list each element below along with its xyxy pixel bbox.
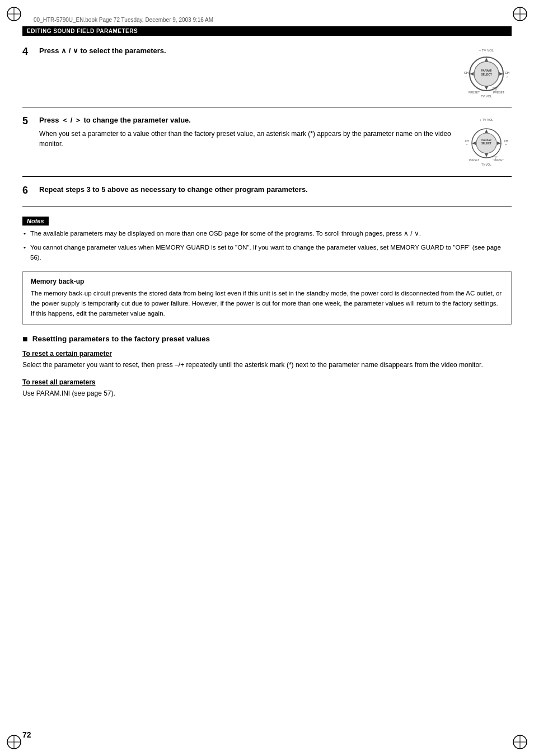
step-6-inner: 6 Repeat steps 3 to 5 above as necessary…	[22, 185, 512, 198]
reset-subsection-1: To reset a certain parameter Select the …	[22, 350, 512, 370]
reset-title: ■ Resetting parameters to the factory pr…	[22, 335, 512, 344]
reset-title-text: Resetting parameters to the factory pres…	[32, 335, 210, 343]
notes-label: Notes	[22, 217, 49, 226]
step-6-title: Repeat steps 3 to 5 above as necessary t…	[39, 185, 506, 195]
step-4-number: 4	[22, 46, 39, 58]
corner-mark-tr	[512, 6, 528, 22]
svg-marker-41	[472, 142, 476, 145]
svg-text:SELECT: SELECT	[481, 73, 492, 76]
remote-dial-5: + TV VOL CH – CH + PARAM/ SELECT PRESET …	[464, 115, 509, 168]
svg-text:PARAM/: PARAM/	[481, 139, 491, 142]
step-5-image: + TV VOL CH – CH + PARAM/ SELECT PRESET …	[461, 115, 512, 168]
file-info: 00_HTR-5790U_EN.book Page 72 Tuesday, De…	[34, 17, 512, 23]
memory-backup-title: Memory back-up	[31, 278, 503, 285]
step-4-content: Press ∧ / ∨ to select the parameters.	[39, 46, 461, 59]
step-5-number: 5	[22, 115, 39, 127]
svg-text:+ TV VOL: + TV VOL	[479, 49, 494, 52]
page-container: 00_HTR-5790U_EN.book Page 72 Tuesday, De…	[0, 0, 534, 756]
svg-text:PRESET: PRESET	[469, 159, 479, 162]
reset-subsection-1-body: Select the parameter you want to reset, …	[22, 360, 512, 370]
svg-text:–: –	[485, 98, 487, 99]
notes-item-1: The available parameters may be displaye…	[22, 229, 512, 238]
svg-text:☞: ☞	[492, 84, 499, 93]
svg-text:+: +	[506, 75, 508, 78]
svg-text:PRESET: PRESET	[468, 91, 479, 94]
svg-text:–: –	[465, 75, 467, 78]
step-5-row: 5 Press ＜ / ＞ to change the parameter va…	[22, 115, 512, 177]
svg-text:PARAM/: PARAM/	[481, 69, 492, 72]
svg-marker-21	[485, 58, 488, 62]
memory-backup-box: Memory back-up The memory back-up circui…	[22, 271, 512, 325]
svg-text:+ TV VOL: + TV VOL	[480, 118, 493, 121]
corner-mark-bl	[6, 734, 22, 750]
corner-mark-br	[512, 734, 528, 750]
svg-text:CH: CH	[505, 71, 509, 74]
notes-item-2: You cannot change parameter values when …	[22, 243, 512, 262]
svg-marker-40	[485, 153, 488, 157]
step-6-number: 6	[22, 185, 39, 196]
step-4-title: Press ∧ / ∨ to select the parameters.	[39, 46, 456, 56]
svg-text:CH: CH	[464, 71, 469, 74]
svg-marker-39	[485, 129, 488, 133]
corner-mark-tl	[6, 6, 22, 22]
svg-text:TV VOL: TV VOL	[481, 163, 491, 166]
step-4-row: 4 Press ∧ / ∨ to select the parameters. …	[22, 46, 512, 107]
reset-subsection-1-title: To reset a certain parameter	[22, 350, 512, 358]
memory-backup-body: The memory back-up circuit prevents the …	[31, 289, 503, 318]
step-6-content: Repeat steps 3 to 5 above as necessary t…	[39, 185, 512, 198]
reset-section: ■ Resetting parameters to the factory pr…	[22, 335, 512, 398]
svg-marker-22	[485, 86, 488, 90]
page-number: 72	[22, 730, 31, 739]
reset-title-icon: ■	[22, 334, 28, 344]
remote-dial-4: + TV VOL CH – CH + PARAM/ SELECT	[463, 46, 510, 99]
step-5-title: Press ＜ / ＞ to change the parameter valu…	[39, 115, 456, 125]
svg-marker-42	[497, 142, 501, 145]
step-4-image: + TV VOL CH – CH + PARAM/ SELECT	[461, 46, 512, 99]
reset-subsection-2-title: To reset all parameters	[22, 378, 512, 386]
notes-section: Notes The available parameters may be di…	[22, 217, 512, 262]
svg-text:SELECT: SELECT	[481, 142, 491, 145]
svg-text:TV VOL: TV VOL	[481, 95, 492, 98]
reset-subsection-2: To reset all parameters Use PARAM.INI (s…	[22, 378, 512, 399]
step-6-row: 6 Repeat steps 3 to 5 above as necessary…	[22, 185, 512, 206]
svg-text:–: –	[466, 143, 468, 146]
svg-text:+: +	[505, 143, 507, 146]
step-5-content: Press ＜ / ＞ to change the parameter valu…	[39, 115, 461, 149]
notes-list: The available parameters may be displaye…	[22, 229, 512, 262]
reset-subsection-2-body: Use PARAM.INI (see page 57).	[22, 388, 512, 399]
svg-text:☞: ☞	[492, 154, 498, 162]
section-header: EDITING SOUND FIELD PARAMETERS	[22, 26, 512, 36]
step-5-body: When you set a parameter to a value othe…	[39, 129, 456, 149]
